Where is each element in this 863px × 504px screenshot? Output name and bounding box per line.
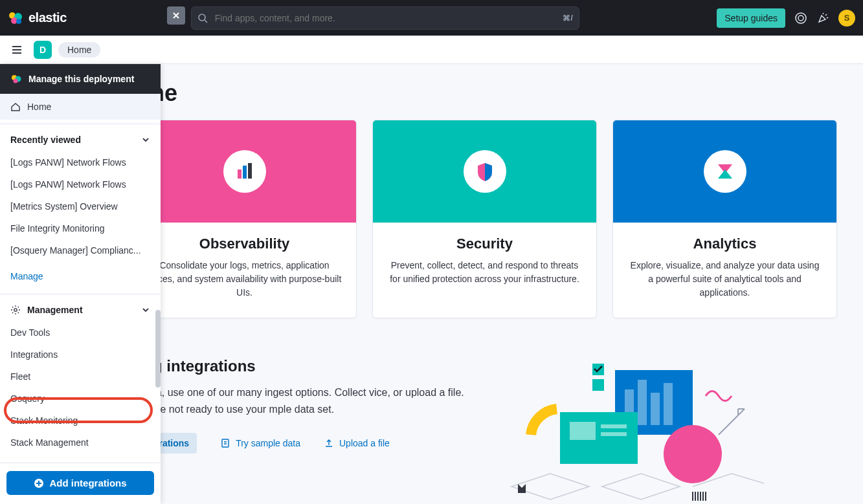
global-search[interactable]: ⌘/ (191, 6, 579, 30)
nav-fleet[interactable]: Fleet (0, 366, 161, 388)
svg-rect-24 (592, 379, 604, 391)
integrations-section: ding integrations ur data, use one of ou… (52, 357, 837, 504)
card-desc: Consolidate your logs, metrics, applicat… (147, 259, 342, 300)
nav-stack-management[interactable]: Stack Management (0, 432, 161, 454)
space-selector[interactable]: D (34, 41, 52, 59)
side-navigation-panel: Manage this deployment Home Recently vie… (0, 64, 161, 504)
svg-rect-9 (238, 170, 241, 179)
recent-item[interactable]: [Logs PANW] Network Flows (0, 151, 161, 173)
recent-item[interactable]: [Osquery Manager] Complianc... (0, 239, 161, 261)
topbar-right: Setup guides S (717, 8, 855, 28)
svg-point-27 (14, 79, 18, 83)
nav-home[interactable]: Home (0, 94, 161, 120)
card-title: Observability (147, 236, 342, 252)
search-input[interactable] (191, 6, 579, 30)
close-icon (172, 12, 180, 19)
brand-text: elastic (28, 10, 67, 25)
manage-deployment-link[interactable]: Manage this deployment (0, 64, 161, 94)
card-desc: Explore, visualize, and analyze your dat… (627, 259, 822, 300)
top-bar: elastic ⌘/ Setup guides S (0, 0, 863, 36)
observability-icon (223, 150, 266, 193)
space-initial: D (39, 45, 46, 55)
svg-rect-21 (601, 432, 627, 436)
gear-icon (10, 305, 21, 315)
search-icon (197, 13, 208, 23)
svg-point-28 (14, 309, 17, 311)
svg-rect-12 (222, 439, 229, 447)
manage-recent-link[interactable]: Manage (0, 265, 161, 287)
svg-rect-15 (638, 380, 647, 425)
avatar-initial: S (844, 13, 850, 23)
chevron-down-icon (141, 305, 150, 314)
svg-point-6 (798, 16, 803, 21)
card-security[interactable]: Security Prevent, collect, detect, and r… (372, 120, 597, 318)
management-header[interactable]: Management (0, 298, 161, 322)
security-icon (464, 150, 506, 193)
nav-stack-monitoring[interactable]: Stack Monitoring (0, 410, 161, 432)
document-icon (220, 438, 230, 448)
card-analytics[interactable]: Analytics Explore, visualize, and analyz… (612, 120, 837, 318)
svg-point-3 (16, 19, 21, 24)
plus-circle-icon (34, 478, 44, 488)
recent-item[interactable]: [Logs PANW] Network Flows (0, 173, 161, 195)
upload-file-link[interactable]: Upload a file (324, 438, 390, 448)
elastic-logo-icon (8, 10, 23, 26)
analytics-icon (704, 150, 746, 193)
svg-rect-16 (651, 393, 660, 425)
card-desc: Prevent, collect, detect, and respond to… (387, 259, 582, 286)
add-integrations-footer-button[interactable]: Add integrations (6, 471, 154, 495)
breadcrumb-home[interactable]: Home (58, 42, 100, 58)
brand-logo[interactable]: elastic (8, 10, 67, 26)
svg-point-4 (199, 14, 205, 21)
integrations-illustration (492, 357, 764, 504)
try-sample-data-link[interactable]: Try sample data (220, 438, 300, 448)
breadcrumb-bar: D Home (0, 36, 863, 64)
solution-cards: earch ces with a nd tools. Observability… (52, 120, 837, 318)
card-observability[interactable]: Observability Consolidate your logs, met… (132, 120, 357, 318)
nav-dev-tools[interactable]: Dev Tools (0, 322, 161, 344)
home-icon (10, 102, 21, 112)
nav-osquery[interactable]: Osquery (0, 388, 161, 410)
svg-rect-20 (601, 424, 627, 428)
scrollbar[interactable] (155, 310, 161, 388)
svg-rect-11 (248, 163, 252, 179)
setup-guides-button[interactable]: Setup guides (717, 8, 785, 28)
menu-toggle-button[interactable] (6, 39, 27, 60)
recent-item[interactable]: File Integrity Monitoring (0, 217, 161, 239)
user-avatar[interactable]: S (838, 10, 855, 27)
svg-point-22 (664, 425, 722, 483)
search-shortcut: ⌘/ (563, 14, 572, 23)
upload-icon (324, 438, 334, 448)
integrations-desc: ur data, use one of our many ingest opti… (129, 384, 466, 417)
svg-point-5 (796, 13, 806, 23)
svg-rect-19 (570, 422, 596, 440)
page-title: ome (129, 80, 837, 107)
celebration-icon[interactable] (816, 12, 829, 25)
close-panel-button[interactable] (167, 6, 185, 25)
svg-rect-17 (664, 383, 673, 425)
elastic-cluster-icon (10, 73, 22, 85)
integrations-title: ding integrations (129, 357, 466, 375)
recent-item[interactable]: [Metrics System] Overview (0, 195, 161, 217)
recently-viewed-header[interactable]: Recently viewed (0, 128, 161, 151)
card-title: Security (387, 236, 582, 252)
chevron-down-icon (141, 135, 150, 144)
card-title: Analytics (627, 236, 822, 252)
newsfeed-icon[interactable] (794, 12, 807, 25)
nav-integrations[interactable]: Integrations (0, 344, 161, 366)
svg-rect-10 (243, 166, 247, 179)
